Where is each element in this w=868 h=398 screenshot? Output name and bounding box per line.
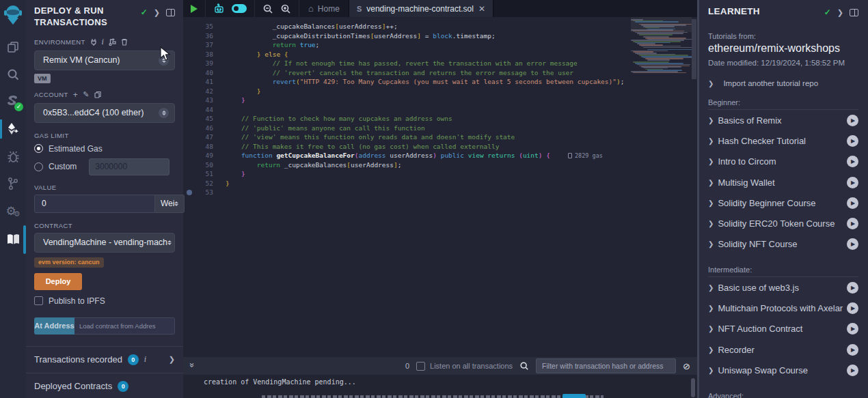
code-line[interactable]: 46 // 'public' means anyone can call thi… xyxy=(183,124,697,133)
import-tutorial-repo[interactable]: ❯ Import another tutorial repo xyxy=(708,79,858,87)
code-line[interactable]: 41 revert("HTTP 429: Too Many Cupcakes (… xyxy=(183,77,697,87)
tab-home[interactable]: ⌂ Home xyxy=(299,0,349,17)
code-line[interactable]: 40 // 'revert' cancels the transaction a… xyxy=(183,68,697,78)
collapse-terminal-icon[interactable]: « xyxy=(187,365,196,368)
code-line[interactable]: 47 // 'view' means this function only re… xyxy=(183,132,697,142)
code-line[interactable]: 48 // This makes it free to call (no gas… xyxy=(183,142,697,152)
code-line[interactable]: 44 xyxy=(183,105,697,115)
deployed-contracts-section[interactable]: Deployed Contracts 0 xyxy=(26,373,183,398)
tutorial-item[interactable]: ❯Uniswap Swap Course▶ xyxy=(708,360,858,380)
trash-icon[interactable] xyxy=(121,38,128,46)
plug-icon[interactable] xyxy=(90,38,97,46)
fork-state-icon[interactable] xyxy=(109,38,116,46)
chevron-right-icon[interactable]: ❯ xyxy=(169,355,175,364)
panel-pin-icon[interactable] xyxy=(166,9,175,16)
clear-terminal-icon[interactable]: ⊘ xyxy=(683,361,690,371)
learneth-expand-icon[interactable]: ❯ xyxy=(837,8,843,17)
deploy-and-run-icon[interactable] xyxy=(0,117,26,141)
tutorial-item[interactable]: ❯Solidity ERC20 Token Course▶ xyxy=(708,213,858,233)
file-explorer-icon[interactable] xyxy=(0,35,26,59)
start-tutorial-play-button[interactable]: ▶ xyxy=(847,302,858,314)
start-tutorial-play-button[interactable]: ▶ xyxy=(847,365,858,376)
tutorial-item[interactable]: ❯Multichain Protocols with Axelar▶ xyxy=(708,298,858,318)
terminal-body[interactable]: creation of VendingMachine pending... xyxy=(183,375,697,398)
at-address-button[interactable]: At Address xyxy=(34,317,74,335)
start-tutorial-play-button[interactable]: ▶ xyxy=(847,115,858,126)
debugger-icon[interactable] xyxy=(0,145,26,168)
listen-checkbox[interactable] xyxy=(416,362,425,371)
code-line[interactable]: 42 } xyxy=(183,87,697,96)
tutorial-item[interactable]: ❯Hash Checker Tutorial▶ xyxy=(708,130,858,151)
close-tab-icon[interactable]: ✕ xyxy=(478,4,485,14)
code-line[interactable]: 36 _cupcakeDistributionTimes[userAddress… xyxy=(183,31,697,41)
start-tutorial-play-button[interactable]: ▶ xyxy=(847,238,858,250)
tutorial-item[interactable]: ❯NFT Auction Contract▶ xyxy=(708,319,858,339)
panel-resize-handle[interactable] xyxy=(697,0,699,398)
listen-all-transactions[interactable]: Listen on all transactions xyxy=(416,362,513,371)
terminal-scrollbar[interactable] xyxy=(691,378,695,397)
terminal-filter-input[interactable] xyxy=(536,358,676,373)
code-line[interactable]: 35 _cupcakeBalances[userAddress]++; xyxy=(183,22,697,31)
settings-icon[interactable]: ⚙⚙ xyxy=(0,199,26,223)
search-icon[interactable] xyxy=(0,63,26,86)
terminal-search-icon[interactable] xyxy=(519,361,529,371)
start-tutorial-play-button[interactable]: ▶ xyxy=(847,135,858,147)
code-editor[interactable]: 35 _cupcakeBalances[userAddress]++;36 _c… xyxy=(183,17,697,348)
learneth-pin-icon[interactable] xyxy=(850,9,858,16)
transactions-recorded-section[interactable]: Transactions recorded 0 i ❯ xyxy=(26,347,183,373)
custom-gas-radio[interactable] xyxy=(34,162,43,171)
code-line[interactable]: 45 // Function to check how many cupcake… xyxy=(183,114,697,124)
source-control-icon[interactable] xyxy=(0,172,26,195)
tutorial-item[interactable]: ❯Solidity NFT Course▶ xyxy=(708,234,858,255)
zoom-out-icon[interactable] xyxy=(262,3,273,14)
transactions-info-icon[interactable]: i xyxy=(144,354,146,365)
minimap[interactable] xyxy=(631,19,692,76)
tutorial-item[interactable]: ❯Recorder▶ xyxy=(708,339,858,360)
value-unit-select[interactable]: Wei xyxy=(155,195,185,213)
code-line[interactable]: 53 xyxy=(183,188,697,197)
code-line[interactable]: 37 return true; xyxy=(183,40,697,50)
value-input[interactable] xyxy=(34,195,155,213)
environment-select[interactable]: Remix VM (Cancun) xyxy=(34,51,175,70)
zoom-in-icon[interactable] xyxy=(280,3,291,14)
panel-expand-icon[interactable]: ❯ xyxy=(154,8,160,17)
tutorial-item[interactable]: ❯Basic use of web3.js▶ xyxy=(708,277,858,298)
learneth-plugin-icon[interactable] xyxy=(0,228,26,251)
debug-button-clipped[interactable] xyxy=(562,394,586,398)
start-tutorial-play-button[interactable]: ▶ xyxy=(847,218,858,229)
code-line[interactable]: 51 } xyxy=(183,169,697,179)
publish-ipfs-checkbox[interactable] xyxy=(34,296,43,305)
start-tutorial-play-button[interactable]: ▶ xyxy=(847,323,858,335)
code-line[interactable]: 49 function getCupcakeBalanceFor(address… xyxy=(183,151,697,160)
start-tutorial-play-button[interactable]: ▶ xyxy=(847,282,858,294)
environment-info-icon[interactable]: i xyxy=(102,37,105,47)
edit-account-icon[interactable]: ✎ xyxy=(83,90,90,99)
code-line[interactable]: 38 } else { xyxy=(183,50,697,59)
copilot-toggle[interactable] xyxy=(232,4,247,13)
code-line[interactable]: 52} xyxy=(183,179,697,188)
editor-vertical-scrollbar[interactable] xyxy=(692,19,696,79)
start-tutorial-play-button[interactable]: ▶ xyxy=(847,344,858,356)
code-line[interactable]: 50 return _cupcakeBalances[userAddress]; xyxy=(183,160,697,170)
code-line[interactable]: 39 // If not enough time has passed, rev… xyxy=(183,59,697,68)
add-account-icon[interactable]: + xyxy=(73,90,78,100)
start-tutorial-play-button[interactable]: ▶ xyxy=(847,156,858,167)
at-address-input[interactable] xyxy=(74,317,175,335)
ai-assistant-robot-icon[interactable] xyxy=(213,3,225,14)
remix-logo-icon[interactable] xyxy=(0,0,26,30)
start-tutorial-play-button[interactable]: ▶ xyxy=(847,177,858,188)
breakpoint-dot[interactable] xyxy=(187,190,192,195)
tutorial-item[interactable]: ❯Intro to Circom▶ xyxy=(708,152,858,172)
tutorial-item[interactable]: ❯Multisig Wallet▶ xyxy=(708,172,858,193)
copy-account-icon[interactable] xyxy=(94,91,101,98)
solidity-compiler-icon[interactable]: ✓ xyxy=(0,90,26,113)
estimated-gas-radio[interactable] xyxy=(34,144,43,153)
tutorial-item[interactable]: ❯Solidity Beginner Course▶ xyxy=(708,193,858,213)
contract-select[interactable]: VendingMachine - vending-machin xyxy=(34,233,175,253)
run-script-icon[interactable] xyxy=(191,5,198,13)
account-select[interactable]: 0x5B3...eddC4 (100 ether) xyxy=(34,103,175,123)
tutorial-item[interactable]: ❯Basics of Remix▶ xyxy=(708,110,858,130)
code-line[interactable]: 43 } xyxy=(183,96,697,105)
deploy-button[interactable]: Deploy xyxy=(34,273,82,290)
custom-gas-input[interactable] xyxy=(89,158,169,175)
